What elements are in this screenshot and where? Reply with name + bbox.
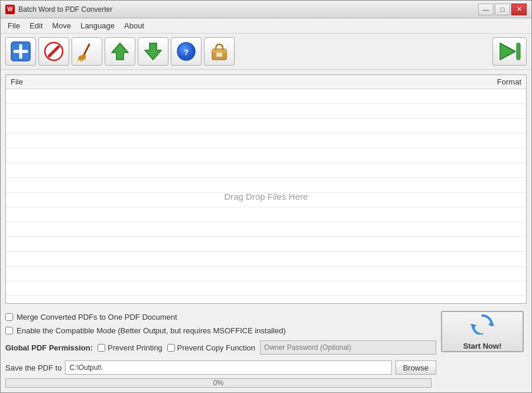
svg-line-8: [80, 59, 81, 61]
menu-about[interactable]: About: [119, 20, 149, 32]
progress-bar-container: 0%: [5, 378, 432, 388]
svg-marker-11: [112, 43, 128, 60]
close-button[interactable]: ✕: [511, 4, 527, 15]
move-down-icon: [142, 41, 164, 62]
drop-hint-text: Drag Drop Files Here: [224, 191, 308, 202]
prevent-copy-check: Prevent Copy Function: [167, 343, 255, 352]
svg-rect-16: [212, 49, 226, 53]
bottom-right: Start Now!: [441, 311, 527, 388]
add-icon: [10, 41, 31, 62]
bottom-section: Merge Converted PDFs to One PDF Document…: [1, 308, 531, 392]
svg-marker-18: [500, 43, 515, 60]
menu-file[interactable]: File: [3, 20, 25, 32]
start-button[interactable]: Start Now!: [441, 311, 524, 352]
menu-edit[interactable]: Edit: [25, 20, 47, 32]
title-bar-controls: — □ ✕: [478, 4, 527, 15]
prevent-copy-checkbox[interactable]: [167, 344, 175, 352]
file-list-body[interactable]: Drag Drop Files Here: [6, 89, 526, 303]
run-button[interactable]: [492, 37, 527, 66]
svg-marker-12: [145, 43, 161, 60]
svg-marker-20: [488, 320, 494, 326]
start-now-icon: [468, 313, 497, 334]
progress-text: 0%: [213, 379, 223, 387]
app-icon: W: [5, 5, 15, 14]
file-column-header: File: [11, 77, 474, 86]
save-label: Save the PDF to: [5, 363, 61, 372]
compatible-checkbox[interactable]: [5, 327, 13, 334]
menu-move[interactable]: Move: [47, 20, 76, 32]
file-list: File Format Drag Drop Files Here: [5, 74, 527, 304]
svg-marker-21: [471, 324, 476, 330]
permission-row: Global PDF Permission: Prevent Printing …: [5, 338, 436, 357]
move-up-button[interactable]: [105, 37, 135, 66]
clear-button[interactable]: [72, 37, 102, 66]
merge-row: Merge Converted PDFs to One PDF Document: [5, 311, 436, 323]
menu-language[interactable]: Language: [76, 20, 119, 32]
help-icon: ?: [176, 41, 197, 62]
clear-icon: [76, 41, 98, 62]
svg-text:?: ?: [184, 48, 189, 57]
owner-password-input[interactable]: [260, 340, 436, 355]
window-title: Batch Word to PDF Converter: [18, 5, 112, 14]
start-button-label: Start Now!: [463, 342, 502, 350]
prevent-printing-check: Prevent Printing: [98, 343, 163, 352]
settings-icon: [209, 41, 230, 62]
move-up-icon: [109, 41, 131, 62]
minimize-button[interactable]: —: [478, 4, 494, 15]
remove-icon: [43, 41, 64, 62]
compatible-label[interactable]: Enable the Compatible Mode (Better Outpu…: [17, 326, 286, 335]
browse-button[interactable]: Browse: [395, 360, 436, 375]
permission-label: Global PDF Permission:: [5, 343, 93, 352]
settings-button[interactable]: [204, 37, 235, 66]
run-icon: [498, 41, 521, 62]
start-icon: [468, 313, 497, 339]
file-list-header: File Format: [6, 75, 526, 89]
compatible-row: Enable the Compatible Mode (Better Outpu…: [5, 324, 436, 337]
prevent-copy-label[interactable]: Prevent Copy Function: [177, 343, 255, 352]
title-bar-left: W Batch Word to PDF Converter: [5, 5, 112, 14]
svg-rect-17: [216, 53, 222, 57]
maximize-button[interactable]: □: [495, 4, 510, 15]
main-window: W Batch Word to PDF Converter — □ ✕ File…: [0, 0, 532, 393]
toolbar-left: ?: [5, 37, 235, 66]
merge-checkbox[interactable]: [5, 313, 13, 321]
svg-rect-19: [517, 43, 520, 60]
prevent-printing-checkbox[interactable]: [98, 344, 105, 352]
add-button[interactable]: [5, 37, 36, 66]
move-down-button[interactable]: [138, 37, 168, 66]
title-bar: W Batch Word to PDF Converter — □ ✕: [1, 1, 531, 18]
svg-line-10: [85, 58, 85, 60]
help-button[interactable]: ?: [171, 37, 202, 66]
menu-bar: File Edit Move Language About: [1, 18, 531, 34]
merge-label[interactable]: Merge Converted PDFs to One PDF Document: [17, 313, 177, 321]
save-path-input[interactable]: [65, 360, 391, 375]
format-column-header: Format: [474, 77, 521, 86]
bottom-left: Merge Converted PDFs to One PDF Document…: [5, 311, 436, 388]
toolbar: ?: [1, 34, 531, 70]
prevent-printing-label[interactable]: Prevent Printing: [108, 343, 163, 352]
svg-line-7: [78, 59, 79, 61]
remove-button[interactable]: [38, 37, 69, 66]
save-row: Save the PDF to Browse: [5, 358, 436, 377]
